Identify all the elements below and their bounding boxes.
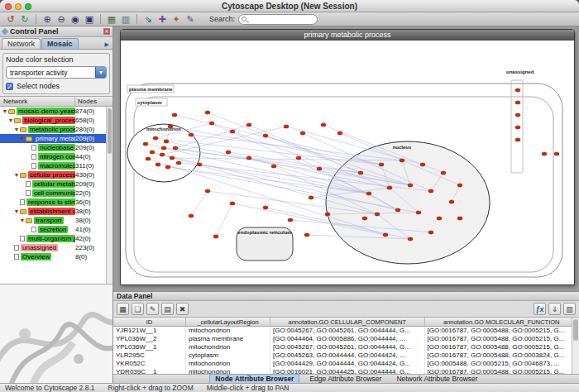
import-attributes-icon[interactable]: ⇓ [548,303,561,315]
network-node[interactable] [542,152,547,155]
table-scrollbar-thumb[interactable] [573,319,578,341]
network-node[interactable] [395,208,400,212]
table-scrollbar[interactable] [572,318,579,374]
tree-row[interactable]: ▼transport38(0) [0,216,106,225]
network-node[interactable] [170,156,175,160]
tree-row[interactable]: nucleobase209(0) [0,143,106,152]
data-panel-title[interactable]: Data Panel [113,292,579,301]
network-node[interactable] [515,88,520,92]
search-input[interactable] [249,15,315,24]
network-canvas-area[interactable]: primary metabolic process plasma membran… [113,26,579,291]
new-network-icon[interactable]: ✚ [156,13,168,25]
new-attribute-icon[interactable]: ✎ [146,303,159,315]
network-node[interactable] [383,233,388,237]
network-node[interactable] [449,200,454,203]
network-node[interactable] [284,125,289,128]
network-graph[interactable]: plasma membranecytoplasmendoplasmic reti… [121,41,575,285]
tree-row[interactable]: multi-organism pro42(0) [0,234,106,243]
network-node[interactable] [379,163,384,166]
network-node[interactable] [176,161,181,165]
import-network-icon[interactable]: ⇘ [142,13,154,25]
network-node[interactable] [337,131,342,135]
network-node[interactable] [189,133,194,136]
tree-row[interactable]: nitrogen compo44(0) [0,152,106,161]
tab-mosaic[interactable]: Mosaic [41,38,79,49]
expand-arrow-icon[interactable]: ▼ [19,136,26,141]
network-node[interactable] [205,111,210,114]
control-panel-close-icon[interactable]: ✕ [103,28,110,35]
network-node[interactable] [205,189,210,193]
network-node[interactable] [375,213,380,216]
network-node[interactable] [304,233,309,237]
network-node[interactable] [230,130,235,133]
table-row[interactable]: YPL036W__1mitochondrion[GO:0045267, GO:0… [113,343,579,351]
network-node[interactable] [230,202,235,205]
network-window[interactable]: primary metabolic process plasma membran… [120,29,575,285]
network-node[interactable] [246,123,251,127]
network-node[interactable] [164,140,169,143]
network-node[interactable] [358,171,363,174]
select-attributes-icon[interactable]: ▦ [117,303,129,315]
tab-network-attribute-browser[interactable]: Network Attribute Browser [391,375,482,383]
window-titlebar[interactable]: Cytoscape Desktop (New Session) [0,0,579,12]
network-node[interactable] [428,189,433,193]
expand-arrow-icon[interactable]: ▼ [7,117,14,123]
network-node[interactable] [515,101,520,104]
network-node[interactable] [160,153,165,156]
tree-row[interactable]: ▼cellular process430(0) [0,170,106,179]
network-node[interactable] [408,237,413,241]
network-node[interactable] [246,156,251,160]
network-node[interactable] [457,217,462,220]
expand-arrow-icon[interactable]: ▼ [19,218,26,223]
network-node[interactable] [362,217,367,220]
table-row[interactable]: YKR052Cmitochondrion[GO:0044429, GO:0044… [113,360,579,368]
network-node[interactable] [143,142,148,146]
network-node[interactable] [317,167,322,170]
tree-column-network[interactable]: Network [0,97,75,106]
network-node[interactable] [366,192,371,195]
tab-network[interactable]: Network [2,38,41,49]
zoom-in-icon[interactable]: ⊕ [41,13,53,25]
tree-row[interactable]: cell communicati22(0) [0,189,106,198]
network-node[interactable] [146,157,151,160]
network-node[interactable] [263,134,268,137]
tree-row[interactable]: ▼primary metab209(0) [0,134,106,143]
tree-row[interactable]: response to stimul36(0) [0,198,106,207]
select-nodes-option[interactable]: ✓ Select nodes [6,82,107,90]
network-node[interactable] [428,231,433,234]
tree-row[interactable]: secretion41(0) [0,225,106,234]
network-node[interactable] [309,196,313,199]
network-node[interactable] [288,218,293,222]
tree-scrollbar-thumb[interactable] [108,108,112,154]
network-node[interactable] [209,122,214,125]
zoom-out-icon[interactable]: ⊖ [55,13,67,25]
network-node[interactable] [189,214,194,218]
network-node[interactable] [156,163,160,166]
network-node[interactable] [165,165,170,169]
network-node[interactable] [408,184,413,187]
network-window-title[interactable]: primary metabolic process [121,30,574,41]
delete-attribute-icon[interactable]: ✖ [176,303,189,315]
network-node[interactable] [300,131,305,135]
network-node[interactable] [168,125,173,128]
node-color-dropdown[interactable]: transporter activity ▼ [6,66,107,79]
network-node[interactable] [161,146,166,150]
network-node[interactable] [420,163,425,166]
copy-attributes-icon[interactable]: ❏ [132,303,144,315]
column-header[interactable]: _cellularLayoutRegion [186,318,270,326]
tree-row[interactable]: ▼metabolic process280(0) [0,125,106,134]
expand-arrow-icon[interactable]: ▼ [13,127,20,132]
checkbox-checked-icon[interactable]: ✓ [6,83,13,90]
tree-row[interactable]: unassigned223(0) [0,243,106,252]
column-header[interactable]: annotation.GO MOLECULAR_FUNCTION [425,318,579,326]
tree-row[interactable]: ▼establishment of l38(0) [0,207,106,216]
table-row[interactable]: YPL036W__2plasma membrane[GO:0044464, GO… [113,335,579,343]
network-node[interactable] [321,123,326,127]
tree-row[interactable]: macromolecule311(0) [0,161,106,170]
network-node[interactable] [226,151,231,154]
expand-arrow-icon[interactable]: ▼ [2,108,8,114]
tab-edge-attribute-browser[interactable]: Edge Attribute Browser [304,375,386,383]
network-node[interactable] [271,165,276,168]
annotation-icon[interactable]: ✎ [184,13,196,25]
tree-row[interactable]: ▼mosaic-demo-yeast874(0) [0,107,106,116]
